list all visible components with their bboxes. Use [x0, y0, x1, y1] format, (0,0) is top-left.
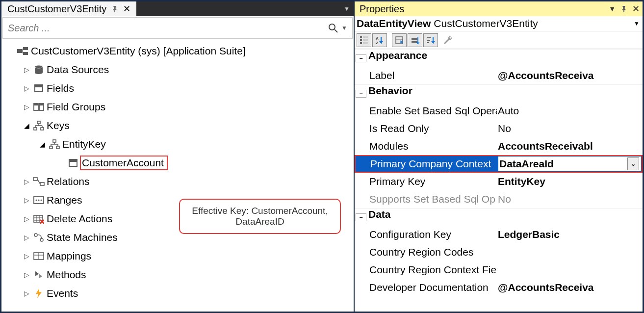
property-name: Country Region Codes	[355, 243, 497, 261]
property-value[interactable]: EntityKey	[497, 173, 643, 190]
property-row-country-region-context[interactable]: Country Region Context Fie	[355, 261, 643, 279]
category-label: Behavior	[368, 85, 412, 102]
svg-rect-52	[360, 42, 362, 44]
property-row-country-region-codes[interactable]: Country Region Codes	[355, 243, 643, 261]
property-page-button[interactable]	[392, 33, 407, 47]
expander-icon[interactable]: ▷	[21, 66, 32, 74]
pin-icon[interactable]	[620, 5, 627, 12]
expander-icon[interactable]: ▷	[21, 178, 32, 185]
tree-node-mappings[interactable]: ▷ Mappings	[1, 247, 354, 265]
svg-rect-10	[35, 85, 43, 87]
property-value[interactable]: DataAreaId ⌄	[498, 156, 642, 172]
entity-icon	[16, 46, 30, 56]
tree-node-data-sources[interactable]: ▷ Data Sources	[1, 60, 354, 79]
expander-icon[interactable]: ▷	[21, 271, 32, 279]
category-data[interactable]: − Data	[355, 208, 643, 226]
chevron-down-icon[interactable]: ▼	[609, 5, 616, 13]
collapse-icon[interactable]: −	[356, 213, 366, 221]
property-value[interactable]: No	[497, 120, 643, 137]
tree-node-relations[interactable]: ▷ Relations	[1, 172, 354, 191]
expander-icon[interactable]: ▷	[21, 196, 32, 204]
tree-node-field-groups[interactable]: ▷ Field Groups	[1, 98, 354, 116]
extensions-button[interactable]	[408, 33, 422, 47]
property-value[interactable]: Auto	[497, 102, 643, 120]
collapse-icon[interactable]: −	[356, 54, 366, 62]
expander-icon[interactable]: ▷	[21, 103, 32, 111]
property-value[interactable]	[497, 261, 643, 279]
properties-toolbar: AZ	[355, 31, 643, 49]
property-row-configuration-key[interactable]: Configuration Key LedgerBasic	[355, 226, 643, 243]
svg-rect-16	[34, 128, 37, 130]
sort-button[interactable]	[423, 33, 438, 47]
svg-line-5	[22, 49, 23, 51]
property-value[interactable]	[497, 243, 643, 261]
category-appearance[interactable]: − Appearance	[355, 49, 643, 67]
expander-icon[interactable]: ▷	[21, 84, 32, 92]
svg-rect-12	[34, 104, 38, 105]
expander-icon[interactable]: ▷	[21, 215, 32, 223]
property-row-developer-documentation[interactable]: Developer Documentation @AccountsReceiva	[355, 279, 643, 296]
tree-label: Fields	[46, 82, 74, 94]
property-row-enable-set-based[interactable]: Enable Set Based Sql Opera Auto	[355, 102, 643, 120]
chevron-down-icon[interactable]: ▼	[634, 20, 640, 27]
database-icon	[32, 65, 46, 75]
svg-rect-54	[363, 39, 368, 41]
property-value[interactable]: @AccountsReceiva	[497, 279, 643, 296]
tree-node-customer-account[interactable]: CustomerAccount	[1, 154, 354, 172]
callout-line2: DataAreaID	[190, 216, 330, 227]
close-icon[interactable]: ✕	[123, 3, 130, 14]
wrench-icon[interactable]	[442, 34, 454, 46]
expander-icon[interactable]: ▷	[21, 289, 32, 297]
alphabetical-button[interactable]: AZ	[372, 33, 387, 47]
state-machine-icon	[32, 233, 46, 242]
tree-node-events[interactable]: ▷ Events	[1, 284, 354, 303]
search-input[interactable]	[8, 23, 328, 34]
collapse-icon[interactable]: −	[356, 90, 366, 98]
property-value[interactable]: @AccountsReceiva	[497, 67, 643, 84]
property-row-is-read-only[interactable]: Is Read Only No	[355, 120, 643, 137]
svg-point-37	[41, 200, 42, 201]
search-dropdown-icon[interactable]: ▼	[341, 25, 347, 31]
property-row-supports-set-based: Supports Set Based Sql Op No	[355, 190, 643, 208]
property-value: No	[497, 190, 643, 208]
expander-icon[interactable]: ▷	[21, 252, 32, 260]
pin-icon[interactable]	[111, 5, 118, 12]
svg-rect-24	[56, 146, 59, 149]
svg-rect-30	[69, 159, 77, 162]
svg-rect-55	[363, 42, 368, 44]
close-icon[interactable]: ✕	[632, 3, 640, 14]
field-group-icon	[32, 102, 46, 112]
svg-rect-60	[412, 38, 417, 40]
expander-icon[interactable]: ◢	[37, 140, 48, 148]
callout-line1: Effective Key: CustomerAccount,	[190, 206, 330, 216]
tree-label: Relations	[46, 176, 90, 187]
expander-icon[interactable]: ▷	[21, 234, 32, 241]
category-behavior[interactable]: − Behavior	[355, 84, 643, 102]
property-value[interactable]: LedgerBasic	[497, 226, 643, 243]
tree-node-methods[interactable]: ▷ Methods	[1, 265, 354, 284]
tree-label: CustomerAccount	[80, 156, 168, 170]
property-row-primary-company-context[interactable]: Primary Company Context DataAreaId ⌄	[355, 155, 643, 173]
tree-node-fields[interactable]: ▷ Fields	[1, 79, 354, 98]
entity-tab[interactable]: CustCustomerV3Entity ✕	[1, 1, 136, 16]
object-type: DataEntityView	[357, 18, 431, 29]
search-icon[interactable]	[328, 23, 338, 33]
categorized-button[interactable]	[357, 33, 371, 47]
tree-label: Mappings	[46, 250, 91, 262]
svg-point-45	[34, 234, 37, 236]
property-name: Country Region Context Fie	[355, 261, 497, 279]
tree-node-root[interactable]: CustCustomerV3Entity (sys) [Application …	[1, 42, 354, 60]
svg-line-6	[22, 51, 23, 53]
svg-rect-53	[363, 36, 368, 38]
property-row-modules[interactable]: Modules AccountsReceivabl	[355, 137, 643, 155]
tree-node-entity-key[interactable]: ◢ EntityKey	[1, 135, 354, 154]
property-row-label[interactable]: Label @AccountsReceiva	[355, 67, 643, 84]
tree-node-keys[interactable]: ◢ Keys	[1, 116, 354, 135]
expander-icon[interactable]: ◢	[21, 122, 32, 130]
property-value[interactable]: AccountsReceivabl	[497, 137, 643, 155]
dropdown-icon[interactable]: ⌄	[627, 157, 639, 170]
property-name: Primary Key	[355, 173, 497, 190]
tab-overflow-dropdown-icon[interactable]: ▼	[344, 5, 350, 12]
properties-object-selector[interactable]: DataEntityView CustCustomerV3Entity ▼	[355, 16, 643, 31]
property-row-primary-key[interactable]: Primary Key EntityKey	[355, 173, 643, 190]
